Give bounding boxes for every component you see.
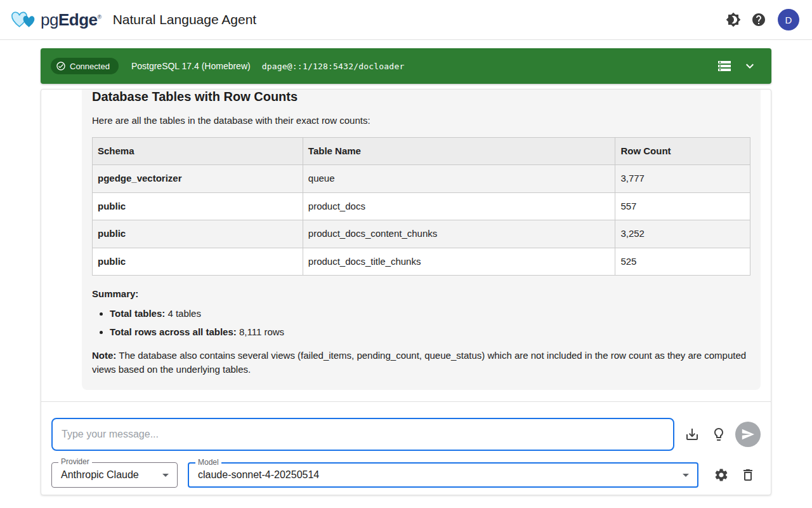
table-name-cell: product_docs bbox=[303, 192, 615, 220]
message-input[interactable] bbox=[51, 418, 674, 451]
pgedge-logo-text: pgEdge® bbox=[41, 10, 102, 30]
dropdown-arrow-icon bbox=[678, 467, 693, 483]
column-header-schema: Schema bbox=[93, 137, 303, 165]
provider-select[interactable]: Provider Anthropic Claude bbox=[51, 462, 178, 488]
row-count-cell: 3,777 bbox=[615, 165, 750, 193]
lightbulb-icon bbox=[711, 427, 726, 442]
message-note: Note: The database also contains several… bbox=[92, 349, 750, 377]
message-intro: Here are all the tables in the database … bbox=[92, 114, 750, 128]
schema-cell: public bbox=[93, 220, 303, 248]
assistant-message: Database Tables with Row Counts Here are… bbox=[82, 90, 761, 390]
gear-icon bbox=[714, 467, 729, 483]
model-select-value: claude-sonnet-4-20250514 bbox=[198, 469, 319, 481]
avatar[interactable]: D bbox=[778, 9, 799, 30]
summary-item: Total tables: 4 tables bbox=[110, 307, 750, 321]
row-count-cell: 557 bbox=[615, 192, 750, 220]
column-header-table-name: Table Name bbox=[303, 137, 615, 165]
chat-panel: Database Tables with Row Counts Here are… bbox=[41, 89, 771, 495]
note-text: The database also contains several views… bbox=[92, 350, 746, 375]
download-icon bbox=[684, 427, 700, 442]
connection-status-badge: Connected bbox=[51, 58, 119, 74]
connection-bar: Connected PostgreSQL 17.4 (Homebrew) dpa… bbox=[41, 48, 771, 84]
summary-heading: Summary: bbox=[92, 287, 750, 302]
summary-list: Total tables: 4 tables Total rows across… bbox=[92, 307, 750, 340]
trash-icon bbox=[740, 467, 756, 483]
page-title: Natural Language Agent bbox=[113, 12, 257, 27]
summary-item-label: Total tables: bbox=[110, 308, 165, 319]
table-name-cell: product_docs_content_chunks bbox=[303, 220, 615, 248]
row-counts-table: Schema Table Name Row Count pgedge_vecto… bbox=[92, 137, 750, 276]
schema-cell: pgedge_vectorizer bbox=[93, 165, 303, 193]
summary-item-value: 4 tables bbox=[165, 308, 201, 319]
schema-cell: public bbox=[93, 248, 303, 276]
export-chat-button[interactable] bbox=[679, 422, 705, 447]
table-row: public product_docs_content_chunks 3,252 bbox=[93, 220, 750, 248]
message-heading: Database Tables with Row Counts bbox=[92, 90, 750, 106]
connection-list-button[interactable] bbox=[712, 53, 737, 79]
table-header-row: Schema Table Name Row Count bbox=[93, 137, 750, 165]
pgedge-logo-icon bbox=[10, 10, 38, 29]
database-list-icon bbox=[717, 58, 732, 74]
row-count-cell: 3,252 bbox=[615, 220, 750, 248]
connection-status-label: Connected bbox=[70, 62, 110, 71]
settings-button[interactable] bbox=[709, 462, 734, 488]
check-circle-icon bbox=[56, 61, 66, 71]
table-name-cell: queue bbox=[303, 165, 615, 193]
chat-message-area: Database Tables with Row Counts Here are… bbox=[41, 90, 771, 402]
model-select-label: Model bbox=[195, 458, 221, 467]
summary-item-value: 8,111 rows bbox=[237, 326, 284, 337]
table-row: public product_docs 557 bbox=[93, 192, 750, 220]
row-count-cell: 525 bbox=[615, 248, 750, 276]
provider-select-label: Provider bbox=[58, 458, 92, 466]
composer: Provider Anthropic Claude Model claude-s… bbox=[41, 402, 771, 495]
app-header: pgEdge® Natural Language Agent D bbox=[0, 0, 812, 40]
pgedge-logo: pgEdge® bbox=[10, 10, 102, 30]
schema-cell: public bbox=[93, 192, 303, 220]
model-select[interactable]: Model claude-sonnet-4-20250514 bbox=[188, 462, 698, 488]
table-row: public product_docs_title_chunks 525 bbox=[93, 248, 750, 276]
send-button[interactable] bbox=[735, 422, 761, 447]
chevron-down-icon bbox=[742, 58, 757, 74]
table-row: pgedge_vectorizer queue 3,777 bbox=[93, 165, 750, 193]
registered-mark: ® bbox=[98, 14, 102, 20]
dropdown-arrow-icon bbox=[158, 467, 173, 483]
help-button[interactable] bbox=[746, 7, 771, 32]
note-label: Note: bbox=[92, 350, 116, 361]
provider-select-value: Anthropic Claude bbox=[61, 469, 139, 481]
tips-button[interactable] bbox=[706, 422, 731, 447]
dark-mode-icon bbox=[726, 12, 741, 27]
theme-toggle-button[interactable] bbox=[721, 7, 746, 32]
clear-chat-button[interactable] bbox=[735, 462, 761, 488]
column-header-row-count: Row Count bbox=[615, 137, 750, 165]
connection-string: dpage@::1/128:5432/docloader bbox=[262, 62, 405, 71]
table-name-cell: product_docs_title_chunks bbox=[303, 248, 615, 276]
send-icon bbox=[741, 427, 755, 441]
server-version-label: PostgreSQL 17.4 (Homebrew) bbox=[131, 61, 251, 71]
help-icon bbox=[751, 12, 766, 27]
connection-expand-button[interactable] bbox=[737, 53, 763, 79]
summary-item-label: Total rows across all tables: bbox=[110, 326, 237, 337]
summary-item: Total rows across all tables: 8,111 rows bbox=[110, 325, 750, 340]
